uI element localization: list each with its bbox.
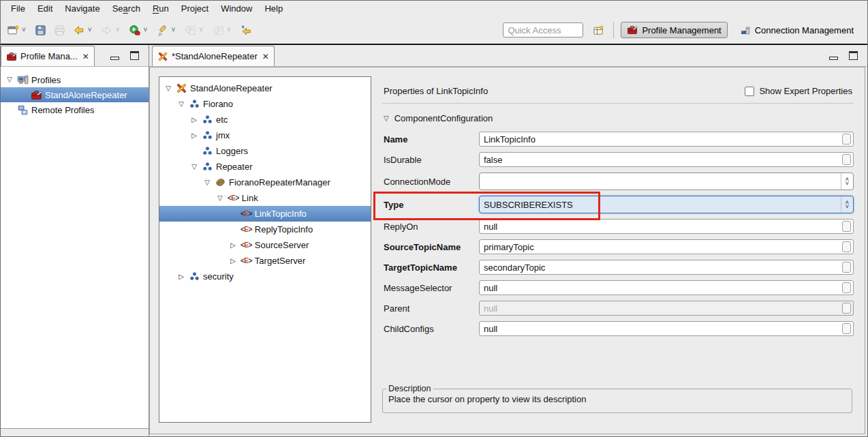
expander-open-icon[interactable]: ▽ (189, 162, 199, 172)
tree-item-replytopicinfo[interactable]: <E>ReplyTopicInfo (159, 222, 371, 237)
field-detail-button[interactable] (842, 323, 851, 334)
quick-access-input[interactable] (503, 22, 583, 37)
menu-project[interactable]: Project (175, 2, 215, 15)
property-label: IsDurable (382, 155, 479, 165)
new-wizard-button[interactable] (5, 21, 21, 39)
last-edit-location-button[interactable] (238, 21, 254, 39)
tree-item-linktopicinfo[interactable]: <E>LinkTopicInfo (159, 206, 371, 222)
menu-navigate[interactable]: Navigate (59, 2, 106, 15)
field-detail-button[interactable] (842, 154, 851, 165)
editor-tab-title: *StandAloneRepeater (172, 51, 258, 61)
element-icon: <E> (241, 210, 252, 217)
tree-item-repeater[interactable]: ▽Repeater (159, 159, 371, 175)
field-detail-button[interactable] (842, 221, 851, 232)
save-button[interactable] (33, 21, 49, 39)
profile-manager-tab[interactable]: Profile Mana... ✕ (1, 46, 95, 66)
tree-item-etc[interactable]: ▷etc (159, 112, 371, 127)
tree-item-sourceserver[interactable]: ▷<E>SourceServer (159, 237, 371, 253)
menu-edit[interactable]: Edit (31, 2, 59, 15)
tree-item-standalonerepeater[interactable]: ▽StandAloneRepeater (159, 80, 371, 96)
expander-closed-icon[interactable]: ▷ (189, 131, 199, 140)
menu-run[interactable]: Run (146, 2, 175, 15)
field-value: null (484, 283, 842, 293)
property-field-replyon[interactable]: null (479, 219, 854, 234)
property-row-isdurable: IsDurablefalse (382, 152, 854, 167)
combo-spinner-icon[interactable]: ˄˅ (841, 196, 853, 213)
main-toolbar: ˅˅˅˅˅˅˅ Profile Management Connection Ma… (1, 16, 867, 44)
tree-item-standalonerepeater[interactable]: StandAloneRepeater (1, 87, 149, 102)
maximize-icon[interactable] (849, 51, 858, 60)
tree-item-remote profiles[interactable]: Remote Profiles (1, 102, 149, 117)
property-field-childconfigs[interactable]: null (479, 321, 854, 336)
component-configuration-section[interactable]: ▽ ComponentConfiguration (382, 112, 854, 132)
chevron-down-icon[interactable]: ˅ (143, 27, 152, 33)
highlight-button[interactable] (154, 21, 170, 39)
property-field-targettopicname[interactable]: secondaryTopic (479, 260, 854, 275)
expander-open-icon[interactable]: ▽ (176, 100, 186, 109)
chevron-down-icon[interactable]: ˅ (21, 27, 30, 33)
properties-panel: Properties of LinkTopicInfo Show Expert … (379, 76, 858, 423)
combo-value: SUBSCRIBEREXISTS (484, 200, 841, 210)
open-perspective-button[interactable] (590, 21, 606, 39)
expander-open-icon[interactable]: ▽ (5, 75, 14, 85)
maximize-icon[interactable] (130, 51, 139, 60)
field-detail-button[interactable] (842, 262, 851, 273)
expander-closed-icon[interactable]: ▷ (228, 256, 238, 266)
menu-file[interactable]: File (5, 2, 31, 15)
last-edit-location-icon (239, 24, 252, 37)
field-detail-button[interactable] (842, 303, 851, 314)
property-row-replyon: ReplyOnnull (382, 219, 854, 234)
property-field-messageselector[interactable]: null (479, 280, 854, 295)
dots-icon (189, 271, 200, 282)
editor-tab-standalonerepeater[interactable]: *StandAloneRepeater ✕ (152, 46, 275, 66)
menu-window[interactable]: Window (215, 2, 258, 15)
field-detail-button[interactable] (842, 241, 851, 252)
checkbox-icon[interactable] (745, 87, 754, 96)
tree-item-fiorano[interactable]: ▽Fiorano (159, 96, 371, 112)
expander-open-icon[interactable]: ▽ (164, 84, 173, 93)
forward-icon (100, 24, 113, 37)
property-combo-type[interactable]: SUBSCRIBEREXISTS˄˅ (479, 196, 854, 213)
field-value: false (484, 155, 842, 165)
section-expander-icon[interactable]: ▽ (384, 115, 389, 122)
property-row-type: TypeSUBSCRIBEREXISTS˄˅ (382, 196, 854, 213)
expander-open-icon[interactable]: ▽ (215, 194, 225, 203)
property-field-isdurable[interactable]: false (479, 152, 854, 167)
expander-open-icon[interactable]: ▽ (202, 178, 212, 187)
minimize-icon[interactable] (829, 57, 838, 60)
tree-item-link[interactable]: ▽<E>Link (159, 190, 371, 206)
back-button[interactable] (71, 21, 87, 39)
close-icon[interactable]: ✕ (262, 52, 269, 61)
minimize-icon[interactable] (110, 57, 119, 60)
property-label: ChildConfigs (382, 324, 479, 334)
field-detail-button[interactable] (842, 134, 851, 145)
property-field-sourcetopicname[interactable]: primaryTopic (479, 239, 854, 254)
expander-closed-icon[interactable]: ▷ (228, 241, 238, 250)
combo-spinner-icon[interactable]: ˄˅ (841, 173, 853, 190)
highlight-icon (156, 24, 169, 37)
profile-manager-view: Profile Mana... ✕ ▽ProfilesStandAloneRep… (1, 45, 149, 436)
tree-item-jmx[interactable]: ▷jmx (159, 127, 371, 143)
chevron-down-icon[interactable]: ˅ (170, 27, 179, 33)
menu-search[interactable]: Search (106, 2, 146, 15)
menu-help[interactable]: Help (258, 2, 289, 15)
chevron-down-icon[interactable]: ˅ (87, 27, 96, 33)
tree-item-label: TargetServer (255, 256, 305, 266)
tree-item-fioranorepeatermanager[interactable]: ▽FioranoRepeaterManager (159, 175, 371, 190)
tree-item-security[interactable]: ▷security (159, 269, 371, 284)
run-button[interactable] (127, 21, 143, 39)
property-field-name[interactable]: LinkTopicInfo (479, 132, 854, 147)
tree-item-profiles[interactable]: ▽Profiles (1, 72, 149, 87)
tree-item-loggers[interactable]: Loggers (159, 143, 371, 159)
expander-closed-icon[interactable]: ▷ (176, 272, 186, 282)
field-detail-button[interactable] (842, 282, 851, 293)
expander-closed-icon[interactable]: ▷ (189, 115, 199, 125)
description-text: Place the cursor on property to view its… (388, 394, 846, 404)
property-combo-connectionmode[interactable]: ˄˅ (479, 172, 854, 190)
tree-item-targetserver[interactable]: ▷<E>TargetServer (159, 253, 371, 269)
property-row-name: NameLinkTopicInfo (382, 132, 854, 147)
perspective-connection-management-button[interactable]: Connection Management (734, 22, 859, 38)
perspective-profile-management-button[interactable]: Profile Management (621, 22, 727, 38)
show-expert-properties-checkbox[interactable]: Show Expert Properties (745, 86, 852, 96)
close-icon[interactable]: ✕ (82, 52, 89, 61)
